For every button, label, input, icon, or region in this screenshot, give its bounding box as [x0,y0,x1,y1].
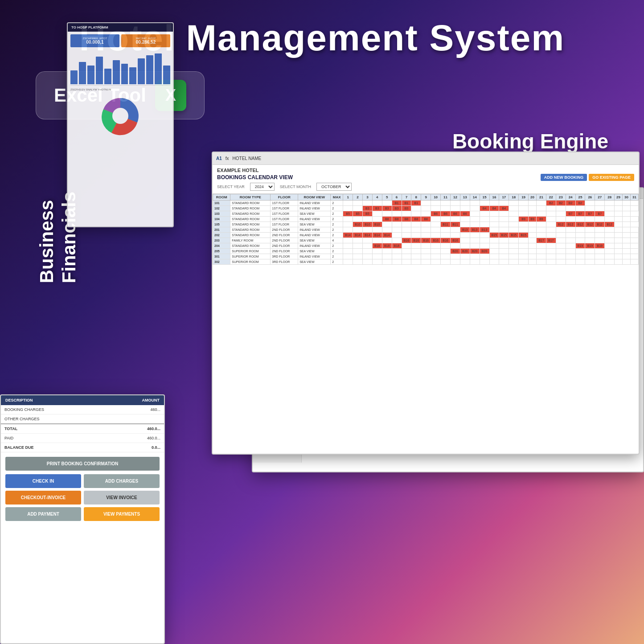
table-row: 202STANDARD ROOM2ND FLOORINLAND VIEW2 B1… [213,233,639,238]
year-select[interactable]: 2024 [250,183,275,191]
month-select[interactable]: OCTOBER [316,183,352,191]
total-row: TOTAL 460.0... [1,424,164,434]
booking-toolbar: A1 fx HOTEL NAME [213,152,639,165]
check-in-btn[interactable]: CHECK IN [5,474,81,488]
payment-row: ADD PAYMENT VIEW PAYMENTS [5,507,160,521]
fin-kpi-1: ZSCHF99EE JATOT 00.000,1 [70,34,119,47]
checkout-invoice-btn[interactable]: CHECKOUT-INVOICE [5,491,81,505]
table-row: 204STANDARD ROOM2ND FLOORINLAND VIEW2 B1… [213,243,639,249]
table-row: OTHER CHARGES [1,414,164,424]
go-existing-btn[interactable]: GO EXISTING PAGE [589,174,634,181]
table-row: 301SUPERIOR ROOM3RD FLOORINLAND VIEW2 [213,254,639,259]
booking-cal-header: EXAMPLE HOTEL BOOKINGS CALENDAR VIEW ADD… [213,165,639,194]
balance-row: BALANCE DUE 0.0... [1,443,164,452]
payment-buttons: PRINT BOOKING CONFIRMATION CHECK IN ADD … [1,452,164,528]
check-in-row: CHECK IN ADD CHARGES [5,474,160,488]
table-row: 105STANDARD ROOM1ST FLOORSEA VIEW2 B10B1… [213,222,639,227]
pay-amount-col: AMOUNT [142,398,160,402]
fin-content: ZSCHF99EE JATOT 00.000,1 3MC3MC JATOT 00… [68,32,173,141]
checkout-row: CHECKOUT-INVOICE VIEW INVOICE [5,491,160,505]
print-booking-btn[interactable]: PRINT BOOKING CONFIRMATION [5,457,160,471]
calendar-table: ROOM ROOM TYPE FLOOR ROOM VIEW MAX 12345… [213,194,639,265]
add-new-booking-btn[interactable]: ADD NEW BOOKING [541,174,587,181]
table-row: 203FAMILY ROOM2ND FLOORSEA VIEW4 B16B16B… [213,238,639,243]
table-row: 302SUPERIOR ROOM3RD FLOORSEA VIEW2 [213,259,639,265]
view-payments-btn[interactable]: VIEW PAYMENTS [84,507,160,521]
table-row: 101STANDARD ROOM1ST FLOORINLAND VIEW2 B1… [213,201,639,206]
toolbar-formula-val: HOTEL NAME [233,156,262,161]
pay-table: BOOKING CHARGES 460... OTHER CHARGES TOT… [1,405,164,452]
table-row: BOOKING CHARGES 460... [1,405,164,414]
fin-bar-chart [70,50,170,86]
booking-calendar-window: A1 fx HOTEL NAME EXAMPLE HOTEL BOOKINGS … [212,152,640,455]
payments-panel: DESCRIPTION AMOUNT BOOKING CHARGES 460..… [0,394,165,644]
svg-point-1 [112,108,128,124]
paid-row: PAID 460.0... [1,434,164,443]
table-row: 104STANDARD ROOM1ST FLOORINLAND VIEW2 B8… [213,217,639,222]
calendar-grid-container: ROOM ROOM TYPE FLOOR ROOM VIEW MAX 12345… [213,194,639,265]
financials-thumbnail: TO HOSP PLATFOMM ZSCHF99EE JATOT 00.000,… [67,22,174,227]
table-row: 205SUPERIOR ROOM2ND FLOORSEA VIEW2 B20B2… [213,249,639,254]
fin-header: TO HOSP PLATFOMM [68,23,173,32]
pay-desc-col: DESCRIPTION [5,398,33,402]
fin-kpi-2: 3MC3MC JATOT 00.286,52 [121,34,170,47]
table-row: 103STANDARD ROOM1ST FLOORSEA VIEW2 B5B5B… [213,211,639,217]
view-invoice-btn[interactable]: VIEW INVOICE [84,491,160,505]
add-charges-btn[interactable]: ADD CHARGES [84,474,160,488]
toolbar-cell-ref: A1 [216,156,222,161]
table-row: 201STANDARD ROOM2ND FLOORINLAND VIEW2 B1… [213,227,639,233]
toolbar-formula: fx [226,156,229,161]
pay-header: DESCRIPTION AMOUNT [1,395,164,405]
booking-cal-title: BOOKINGS CALENDAR VIEW [217,174,293,180]
table-row: 102STANDARD ROOM1ST FLOORINLAND VIEW2 B3… [213,206,639,211]
add-payment-btn[interactable]: ADD PAYMENT [5,507,81,521]
hotel-name-label: EXAMPLE HOTEL [217,168,634,173]
booking-engine-label: Booking Engine [452,129,608,153]
